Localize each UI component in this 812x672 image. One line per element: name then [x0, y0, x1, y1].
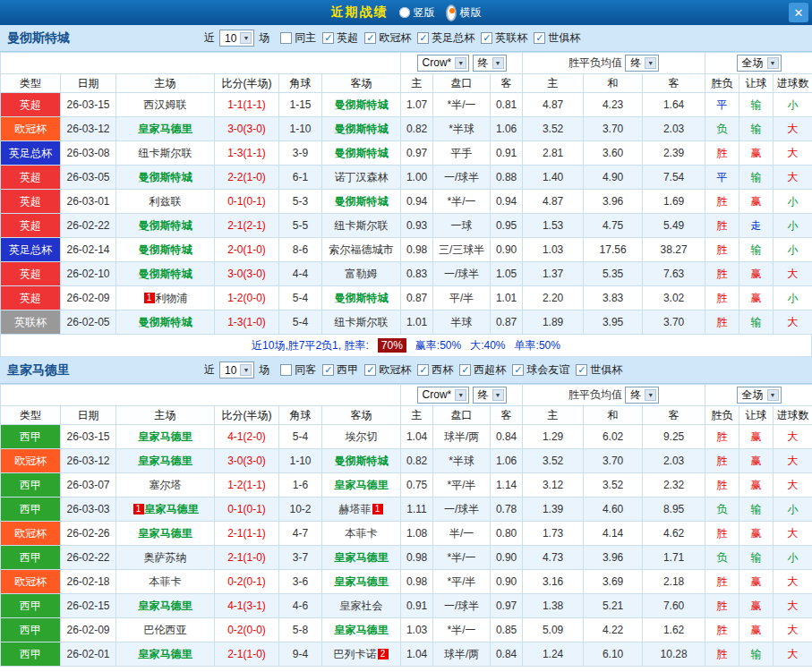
avg-away: 1.69	[643, 190, 705, 214]
odds-handicap: *平/半	[433, 570, 491, 594]
team-name: 本菲卡	[150, 575, 182, 588]
match-row: 西甲26-03-15皇家马德里4-1(2-0)5-4埃尔切1.04球半/两0.8…	[1, 425, 812, 449]
radio-vertical-layout[interactable]: 竖版	[399, 5, 435, 21]
filter-item-欧冠杯[interactable]: ✓欧冠杯	[364, 362, 411, 378]
select-value: 终	[478, 387, 489, 403]
result-wdl: 胜	[705, 473, 739, 498]
result-wdl: 胜	[705, 141, 739, 166]
filter-item-西甲[interactable]: ✓西甲	[322, 362, 358, 378]
avg-home: 2.20	[523, 286, 584, 310]
checkbox-unchecked-icon[interactable]	[280, 32, 292, 44]
odds-source-select[interactable]: Crow* ▼	[417, 55, 470, 72]
filter-item-西超杯[interactable]: ✓西超杯	[459, 362, 506, 378]
checkbox-checked-icon[interactable]: ✓	[417, 32, 429, 44]
team-name: 曼彻斯特城	[139, 171, 192, 183]
result-goals: 大	[774, 166, 812, 190]
filter-item-世俱杯[interactable]: ✓世俱杯	[576, 362, 622, 378]
checkbox-checked-icon[interactable]: ✓	[576, 364, 587, 376]
filter-item-同客[interactable]: 同客	[280, 362, 316, 378]
close-button[interactable]: ✕	[789, 3, 808, 22]
team-name: 纽卡斯尔联	[335, 316, 389, 328]
final-odds-select[interactable]: 终 ▼	[473, 387, 507, 404]
odds-handicap: *半/一	[433, 618, 491, 642]
score: 0-2(0-0)	[215, 618, 279, 642]
corners: 1-10	[279, 449, 322, 473]
bookmaker-odds-group: Crow* ▼ 终 ▼	[401, 385, 523, 406]
checkbox-checked-icon[interactable]: ✓	[512, 364, 524, 376]
filter-item-西杯[interactable]: ✓西杯	[417, 362, 453, 378]
column-header: 让球	[739, 74, 774, 93]
home-team: 塞尔塔	[116, 473, 215, 498]
corners: 1-6	[279, 473, 322, 498]
checkbox-checked-icon[interactable]: ✓	[364, 32, 376, 44]
fullmatch-select[interactable]: 全场 ▼	[737, 55, 782, 72]
match-row: 欧冠杯26-03-12皇家马德里3-0(3-0)1-10曼彻斯特城0.82*半球…	[1, 117, 812, 141]
fullmatch-select[interactable]: 全场 ▼	[737, 387, 782, 404]
filter-item-同主[interactable]: 同主	[280, 30, 316, 46]
odds-away: 0.90	[491, 546, 523, 570]
result-wdl: 负	[705, 498, 739, 522]
odds-handicap: 平手	[433, 141, 491, 166]
result-wdl: 胜	[705, 594, 739, 618]
checkbox-checked-icon[interactable]: ✓	[322, 364, 334, 376]
score: 4-1(3-1)	[215, 594, 279, 618]
red-card-badge: 1	[372, 504, 383, 515]
filter-item-英超[interactable]: ✓英超	[322, 30, 358, 46]
match-count-select[interactable]: 10 ▼	[219, 30, 254, 47]
avg-away: 2.39	[643, 141, 705, 166]
filter-label: 同主	[295, 30, 316, 46]
match-count-select[interactable]: 10 ▼	[219, 362, 254, 379]
avg-final-select[interactable]: 终 ▼	[625, 55, 659, 72]
match-type: 西甲	[1, 594, 61, 618]
avg-home: 1.73	[523, 522, 584, 546]
result-handicap: 赢	[739, 262, 774, 286]
checkbox-checked-icon[interactable]: ✓	[417, 364, 429, 376]
avg-draw: 4.14	[584, 522, 643, 546]
final-odds-select[interactable]: 终 ▼	[473, 55, 507, 72]
odds-handicap: 球半/两	[433, 642, 491, 667]
corners: 3-7	[279, 546, 322, 570]
odds-away: 0.97	[491, 594, 523, 618]
result-goals: 小	[774, 214, 812, 238]
result-handicap: 输	[739, 238, 774, 262]
filter-item-世俱杯[interactable]: ✓世俱杯	[534, 30, 580, 46]
avg-draw: 3.70	[584, 117, 643, 141]
checkbox-checked-icon[interactable]: ✓	[364, 364, 376, 376]
filter-item-英足总杯[interactable]: ✓英足总杯	[417, 30, 474, 46]
filter-item-欧冠杯[interactable]: ✓欧冠杯	[364, 30, 411, 46]
column-header-row: 类型日期主场比分(半场)角球客场主盘口客主和客胜负让球进球数	[1, 406, 812, 425]
home-team: 皇家马德里	[116, 522, 215, 546]
checkbox-checked-icon[interactable]: ✓	[481, 32, 492, 44]
column-header: 主	[523, 406, 584, 425]
result-goals: 小	[774, 93, 812, 117]
avg-final-select[interactable]: 终 ▼	[625, 387, 659, 404]
checkbox-checked-icon[interactable]: ✓	[459, 364, 471, 376]
match-row: 西甲26-03-031皇家马德里0-1(0-1)10-2赫塔菲11.11一/球半…	[1, 498, 812, 522]
radio-unselected-icon[interactable]	[399, 7, 410, 18]
match-type: 英超	[1, 214, 61, 238]
result-goals: 大	[774, 618, 812, 642]
column-header: 主	[401, 74, 433, 93]
column-header: 主	[401, 406, 433, 425]
odds-source-select[interactable]: Crow* ▼	[417, 387, 470, 404]
match-date: 26-02-15	[61, 594, 116, 618]
radio-horizontal-layout[interactable]: 横版	[446, 4, 482, 21]
avg-draw: 3.52	[584, 473, 643, 498]
checkbox-checked-icon[interactable]: ✓	[534, 32, 545, 44]
column-header: 和	[584, 74, 643, 93]
filter-item-球会友谊[interactable]: ✓球会友谊	[512, 362, 569, 378]
column-header: 客场	[322, 406, 401, 425]
result-goals: 大	[774, 310, 812, 335]
avg-away: 1.62	[643, 618, 705, 642]
checkbox-unchecked-icon[interactable]	[280, 364, 292, 376]
avg-draw: 6.10	[584, 642, 643, 667]
filter-item-英联杯[interactable]: ✓英联杯	[481, 30, 527, 46]
checkbox-checked-icon[interactable]: ✓	[322, 32, 334, 44]
team-name: 本菲卡	[346, 527, 378, 540]
result-wdl: 胜	[705, 522, 739, 546]
avg-away: 7.54	[643, 166, 705, 190]
match-row: 英足总杯26-03-08纽卡斯尔联1-3(1-1)3-9曼彻斯特城0.97平手0…	[1, 141, 812, 166]
avg-home: 4.87	[523, 190, 584, 214]
radio-selected-icon[interactable]	[446, 4, 457, 21]
radio-horizontal-label: 横版	[460, 5, 482, 21]
